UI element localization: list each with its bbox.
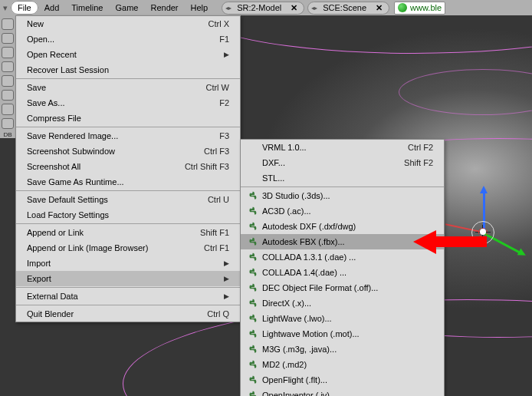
close-icon[interactable]: ✕	[289, 3, 299, 13]
export-item-lightwave-lwo[interactable]: LightWave (.lwo)...	[241, 311, 444, 326]
screen-selector[interactable]: ◂▸ SR:2-Model ✕	[222, 2, 304, 15]
menu-separator	[16, 305, 240, 305]
python-script-icon	[247, 328, 258, 339]
panel-button[interactable]	[2, 90, 14, 101]
menu-item-label: 3D Studio (.3ds)...	[262, 191, 433, 200]
menu-file[interactable]: File	[11, 1, 38, 15]
menu-add[interactable]: Add	[38, 1, 66, 15]
export-item-openflight-flt[interactable]: OpenFlight (.flt)...	[241, 372, 444, 388]
globe-icon	[398, 3, 407, 12]
menu-render[interactable]: Render	[144, 1, 184, 15]
menu-item-export[interactable]: Export▶	[16, 271, 240, 286]
menu-item-external-data[interactable]: External Data▶	[16, 289, 240, 304]
panel-button[interactable]	[2, 104, 14, 115]
menu-item-load-factory-settings[interactable]: Load Factory Settings	[16, 207, 240, 223]
menu-item-screenshot-subwindow[interactable]: Screenshot SubwindowCtrl F3	[16, 144, 240, 159]
close-icon[interactable]: ✕	[374, 3, 384, 13]
menu-item-append-or-link[interactable]: Append or LinkShift F1	[16, 225, 240, 240]
menu-separator	[16, 223, 240, 224]
menu-item-save[interactable]: SaveCtrl W	[16, 80, 240, 95]
submenu-caret-icon: ▶	[224, 259, 229, 267]
svg-point-11	[251, 361, 251, 361]
svg-point-7	[251, 299, 251, 300]
menu-item-save-game-as-runtime[interactable]: Save Game As Runtime...	[16, 174, 240, 190]
menu-item-label: M3G (.m3g, .java)...	[262, 345, 433, 354]
menu-item-label: Save	[27, 83, 46, 92]
info-header: ▾ FileAddTimelineGameRenderHelp ◂▸ SR:2-…	[0, 0, 532, 15]
export-item-lightwave-motion-mot[interactable]: Lightwave Motion (.mot)...	[241, 326, 444, 342]
svg-point-10	[251, 345, 251, 346]
export-item-dec-object-file-format-off[interactable]: DEC Object File Format (.off)...	[241, 280, 444, 295]
menu-separator	[16, 78, 240, 79]
menu-item-quit-blender[interactable]: Quit BlenderCtrl Q	[16, 306, 240, 322]
menu-item-label: Append or Link	[27, 228, 84, 237]
menu-item-append-or-link-image-browser[interactable]: Append or Link (Image Browser)Ctrl F1	[16, 240, 240, 256]
export-item-collada-1-4-dae[interactable]: COLLADA 1.4(.dae) ...	[241, 265, 444, 280]
menu-item-open[interactable]: Open...F1	[16, 31, 240, 47]
export-item-vrml-1-0[interactable]: VRML 1.0...Ctrl F2	[241, 140, 444, 155]
menu-item-recover-last-session[interactable]: Recover Last Session	[16, 62, 240, 78]
export-submenu: VRML 1.0...Ctrl F2DXF...Shift F2STL...3D…	[240, 139, 445, 396]
menu-item-label: Screenshot All	[27, 162, 80, 171]
export-item-m3g-m3g-java[interactable]: M3G (.m3g, .java)...	[241, 342, 444, 357]
panel-button[interactable]	[2, 33, 14, 45]
menu-item-save-rendered-image[interactable]: Save Rendered Image...F3	[16, 128, 240, 144]
export-item-openinventor-iv[interactable]: OpenInventor (.iv)...	[241, 388, 444, 396]
menu-item-import[interactable]: Import▶	[16, 256, 240, 271]
python-script-icon	[247, 375, 258, 385]
menu-item-screenshot-all[interactable]: Screenshot AllCtrl Shift F3	[16, 159, 240, 174]
svg-point-9	[251, 330, 251, 331]
menu-item-shortcut: Ctrl F2	[408, 143, 433, 152]
menu-item-label: DXF...	[262, 158, 386, 167]
export-item-autodesk-dxf-dxf-dwg[interactable]: Autodesk DXF (.dxf/dwg)	[241, 219, 444, 234]
export-item-directx-x[interactable]: DirectX (.x)...	[241, 295, 444, 311]
menu-timeline[interactable]: Timeline	[65, 1, 109, 15]
panel-button[interactable]	[2, 118, 14, 130]
menu-item-shortcut: Ctrl F3	[204, 147, 229, 156]
menu-item-label: Autodesk DXF (.dxf/dwg)	[262, 222, 433, 231]
export-item-stl[interactable]: STL...	[241, 170, 444, 186]
panel-button[interactable]	[2, 18, 14, 30]
menu-item-shortcut: Ctrl Q	[207, 309, 229, 318]
url-field[interactable]: www.ble	[394, 2, 445, 15]
export-item-ac3d-ac[interactable]: AC3D (.ac)...	[241, 203, 444, 219]
menu-item-open-recent[interactable]: Open Recent▶	[16, 47, 240, 62]
header-collapse-icon[interactable]: ▾	[2, 4, 9, 12]
menu-item-label: Save Game As Runtime...	[27, 177, 124, 186]
export-item-collada-1-3-1-dae[interactable]: COLLADA 1.3.1 (.dae) ...	[241, 249, 444, 265]
menu-item-shortcut: Ctrl F1	[204, 243, 229, 252]
gizmo-origin[interactable]	[480, 229, 486, 235]
dropdown-icon: ◂▸	[311, 5, 317, 12]
menu-item-label: DEC Object File Format (.off)...	[262, 283, 433, 292]
menu-item-shortcut: Ctrl U	[208, 195, 229, 204]
panel-label: DB	[3, 132, 11, 138]
transform-gizmo[interactable]	[468, 215, 529, 276]
menu-item-save-as[interactable]: Save As...F2	[16, 95, 240, 111]
scene-selector[interactable]: ◂▸ SCE:Scene ✕	[307, 2, 389, 15]
scene-name: SCE:Scene	[320, 3, 369, 12]
menu-item-new[interactable]: NewCtrl X	[16, 16, 240, 31]
panel-button[interactable]	[2, 75, 14, 87]
panel-button[interactable]	[2, 61, 14, 73]
menu-help[interactable]: Help	[185, 1, 215, 15]
menu-item-label: VRML 1.0...	[262, 143, 389, 152]
menu-item-label: OpenInventor (.iv)...	[262, 391, 433, 396]
panel-button[interactable]	[2, 47, 14, 58]
menu-game[interactable]: Game	[109, 1, 144, 15]
menu-item-label: LightWave (.lwo)...	[262, 314, 433, 323]
menu-item-label: New	[27, 19, 44, 28]
menu-item-compress-file[interactable]: Compress File	[16, 111, 240, 126]
menu-item-save-default-settings[interactable]: Save Default SettingsCtrl U	[16, 192, 240, 207]
dropdown-icon: ◂▸	[225, 5, 232, 12]
blank-icon	[247, 173, 258, 183]
export-item-autodesk-fbx-fbx[interactable]: Autodesk FBX (.fbx)...	[241, 234, 444, 249]
menu-item-shortcut: Ctrl X	[209, 19, 230, 28]
menu-item-label: Quit Blender	[27, 309, 74, 318]
menu-item-label: Recover Last Session	[27, 65, 109, 74]
svg-point-13	[251, 391, 251, 392]
menu-item-label: STL...	[262, 173, 433, 183]
export-item-md2-md2[interactable]: MD2 (.md2)	[241, 357, 444, 372]
menu-item-shortcut: Shift F2	[404, 158, 433, 167]
export-item-dxf[interactable]: DXF...Shift F2	[241, 155, 444, 170]
export-item-3d-studio-3ds[interactable]: 3D Studio (.3ds)...	[241, 188, 444, 203]
